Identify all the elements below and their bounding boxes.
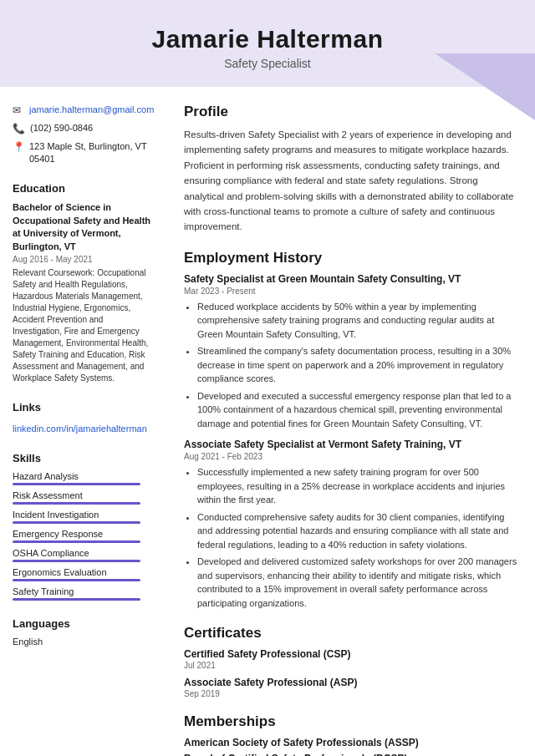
address-item: 📍 123 Maple St, Burlington, VT 05401: [13, 140, 155, 166]
membership-item: Board of Certified Safety Professionals …: [184, 753, 518, 756]
header: Jamarie Halterman Safety Specialist: [0, 0, 535, 87]
jobs-list: Safety Specialist at Green Mountain Safe…: [184, 273, 518, 611]
skill-bar: [13, 502, 140, 505]
profile-text: Results-driven Safety Specialist with 2 …: [184, 127, 518, 235]
cert-date: Sep 2019: [184, 689, 518, 698]
body-layout: ✉ jamarie.halterman@gmail.com 📞 (102) 59…: [0, 87, 535, 756]
resume-container: Jamarie Halterman Safety Specialist ✉ ja…: [0, 0, 535, 756]
memberships-section: Memberships American Society of Safety P…: [184, 713, 518, 756]
phone-icon: 📞: [13, 122, 25, 136]
skill-bar: [13, 598, 140, 601]
main-content: Profile Results-driven Safety Specialist…: [167, 87, 535, 756]
phone-item: 📞 (102) 590-0846: [13, 122, 155, 136]
email-item: ✉ jamarie.halterman@gmail.com: [13, 104, 155, 118]
header-decoration: [435, 53, 535, 120]
skill-item: Incident Investigation: [13, 510, 155, 524]
job-entry: Associate Safety Specialist at Vermont S…: [184, 439, 518, 610]
job-bullet: Developed and executed a successful emer…: [197, 389, 518, 431]
skill-item: Ergonomics Evaluation: [13, 567, 155, 581]
job-bullet: Successfully implemented a new safety tr…: [197, 465, 518, 507]
profile-section: Profile Results-driven Safety Specialist…: [184, 104, 518, 235]
address-text: 123 Maple St, Burlington, VT 05401: [29, 140, 155, 166]
skill-bar: [13, 540, 140, 543]
sidebar: ✉ jamarie.halterman@gmail.com 📞 (102) 59…: [0, 87, 167, 756]
phone-text: (102) 590-0846: [30, 122, 93, 134]
skill-bar: [13, 560, 140, 562]
skills-list: Hazard AnalysisRisk AssessmentIncident I…: [13, 471, 155, 601]
skill-item: Emergency Response: [13, 529, 155, 543]
skill-item: Hazard Analysis: [13, 471, 155, 485]
skill-item: OSHA Compliance: [13, 548, 155, 562]
contact-section: ✉ jamarie.halterman@gmail.com 📞 (102) 59…: [13, 104, 155, 165]
languages-heading: Languages: [13, 617, 155, 630]
education-degree: Bachelor of Science in Occupational Safe…: [13, 201, 155, 253]
job-bullet: Conducted comprehensive safety audits fo…: [197, 510, 518, 552]
job-bullet: Developed and delivered customized safet…: [197, 555, 518, 610]
employment-heading: Employment History: [184, 250, 518, 266]
education-heading: Education: [13, 182, 155, 195]
languages-list: English: [13, 637, 155, 647]
skill-item: Risk Assessment: [13, 490, 155, 505]
email-icon: ✉: [13, 104, 24, 118]
links-section: Links linkedin.com/in/jamariehalterman: [13, 401, 155, 435]
job-bullet: Reduced workplace accidents by 50% withi…: [197, 300, 518, 342]
linkedin-link[interactable]: linkedin.com/in/jamariehalterman: [13, 424, 147, 434]
certificates-section: Certificates Certified Safety Profession…: [184, 625, 518, 698]
skill-bar: [13, 579, 140, 581]
cert-name: Associate Safety Professional (ASP): [184, 677, 518, 688]
skills-heading: Skills: [13, 452, 155, 464]
email-link[interactable]: jamarie.halterman@gmail.com: [29, 104, 154, 116]
education-dates: Aug 2016 - May 2021: [13, 255, 155, 264]
job-dates: Mar 2023 - Present: [184, 287, 518, 296]
skill-item: Safety Training: [13, 586, 155, 601]
job-dates: Aug 2021 - Feb 2023: [184, 452, 518, 461]
skills-section: Skills Hazard AnalysisRisk AssessmentInc…: [13, 452, 155, 601]
job-bullet: Streamlined the company's safety documen…: [197, 344, 518, 386]
job-title: Safety Specialist at Green Mountain Safe…: [184, 273, 518, 285]
education-section: Education Bachelor of Science in Occupat…: [13, 182, 155, 384]
skill-bar: [13, 483, 140, 485]
education-coursework: Relevant Coursework: Occupational Safety…: [13, 267, 155, 384]
certificates-list: Certified Safety Professional (CSP)Jul 2…: [184, 648, 518, 698]
memberships-heading: Memberships: [184, 713, 518, 730]
coursework-text: Occupational Safety and Health Regulatio…: [13, 268, 148, 383]
job-title: Associate Safety Specialist at Vermont S…: [184, 439, 518, 450]
membership-item: American Society of Safety Professionals…: [184, 737, 518, 748]
links-heading: Links: [13, 401, 155, 414]
location-icon: 📍: [13, 140, 24, 155]
candidate-name: Jamarie Halterman: [17, 25, 518, 53]
certificates-heading: Certificates: [184, 625, 518, 642]
job-bullets-list: Reduced workplace accidents by 50% withi…: [184, 300, 518, 431]
job-bullets-list: Successfully implemented a new safety tr…: [184, 465, 518, 610]
job-entry: Safety Specialist at Green Mountain Safe…: [184, 273, 518, 431]
coursework-label: Relevant Coursework:: [13, 268, 94, 277]
language-item: English: [13, 637, 155, 647]
languages-section: Languages English: [13, 617, 155, 647]
employment-section: Employment History Safety Specialist at …: [184, 250, 518, 611]
cert-date: Jul 2021: [184, 661, 518, 670]
memberships-list: American Society of Safety Professionals…: [184, 737, 518, 756]
cert-name: Certified Safety Professional (CSP): [184, 648, 518, 660]
skill-bar: [13, 521, 140, 524]
